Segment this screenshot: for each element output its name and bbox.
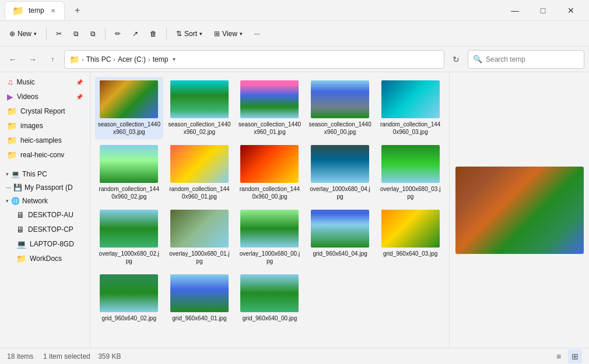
file-item-14[interactable]: grid_960x640_04.jpg: [306, 206, 374, 268]
toolbar-sep-3: [166, 28, 167, 40]
file-name-12: overlay_1000x680_01.jpg: [168, 250, 231, 265]
file-thumbnail-12: [170, 210, 229, 248]
sidebar-item-workdocs[interactable]: 📁 WorkDocs: [2, 252, 87, 266]
titlebar-left: 📁 temp ✕ +: [5, 1, 86, 20]
file-item-13[interactable]: overlay_1000x680_00.jpg: [236, 206, 304, 268]
sidebar-this-pc-label: This PC: [22, 170, 47, 178]
file-thumbnail-5: [381, 80, 440, 118]
statusbar-info: 18 items 1 item selected 359 KB: [7, 352, 121, 361]
preview-pane: [449, 72, 589, 348]
share-button[interactable]: ↗: [128, 24, 143, 43]
sidebar-item-desktop-cp[interactable]: 🖥 DESKTOP-CP: [2, 222, 87, 236]
file-item-9[interactable]: overlay_1000x680_04.jpg: [306, 142, 374, 204]
file-count: 18 items: [7, 352, 33, 361]
music-icon: ♫: [7, 77, 13, 87]
sidebar-section-this-pc[interactable]: ▾ 💻 This PC: [2, 168, 87, 181]
sidebar-item-heic-samples[interactable]: 📁 heic-samples: [2, 133, 87, 147]
search-input[interactable]: [486, 55, 579, 63]
sidebar-item-music[interactable]: ♫ Music 📌: [2, 75, 87, 89]
refresh-button[interactable]: ↻: [448, 51, 464, 68]
file-item-2[interactable]: season_collection_1440x960_02.jpg: [166, 77, 234, 139]
file-item-11[interactable]: overlay_1000x680_02.jpg: [95, 206, 163, 268]
minimize-button[interactable]: —: [502, 0, 528, 21]
file-thumbnail-2: [170, 80, 229, 118]
my-passport-icon: 💾: [13, 183, 22, 192]
file-item-1[interactable]: season_collection_1440x960_03.jpg: [95, 77, 163, 139]
file-name-18: grid_960x640_00.jpg: [243, 314, 297, 322]
sort-label: Sort: [184, 30, 197, 38]
rename-button[interactable]: ✏: [110, 24, 125, 43]
grid-view-button[interactable]: ⊞: [568, 349, 582, 363]
breadcrumb-dropdown-button[interactable]: ▾: [173, 56, 176, 62]
statusbar-view-toggles: ≡ ⊞: [552, 349, 582, 363]
main-area: ♫ Music 📌 ▶ Videos 📌 📁 Crystal Report 📁 …: [0, 72, 589, 348]
file-item-3[interactable]: season_collection_1440x960_01.jpg: [236, 77, 304, 139]
file-name-1: season_collection_1440x960_03.jpg: [97, 121, 160, 136]
sidebar-item-real-heic-conv[interactable]: 📁 real-heic-conv: [2, 148, 87, 162]
back-button[interactable]: ←: [5, 51, 21, 68]
file-name-14: grid_960x640_04.jpg: [313, 250, 367, 257]
file-item-10[interactable]: overlay_1000x680_03.jpg: [376, 142, 444, 204]
file-item-8[interactable]: random_collection_1440x960_00.jpg: [236, 142, 304, 204]
toolbar-sep-1: [46, 28, 47, 40]
share-icon: ↗: [132, 30, 138, 38]
file-thumbnail-10: [381, 145, 440, 183]
up-button[interactable]: ↑: [44, 51, 61, 68]
maximize-button[interactable]: □: [530, 0, 556, 21]
file-item-7[interactable]: random_collection_1440x960_01.jpg: [166, 142, 234, 204]
file-name-16: grid_960x640_02.jpg: [102, 314, 156, 322]
heic-samples-folder-icon: 📁: [7, 136, 17, 145]
file-item-17[interactable]: grid_960x640_01.jpg: [166, 271, 234, 326]
list-view-button[interactable]: ≡: [552, 349, 566, 363]
sidebar-item-crystal-report[interactable]: 📁 Crystal Report: [2, 104, 87, 118]
breadcrumb-temp[interactable]: temp: [153, 55, 169, 63]
file-item-6[interactable]: random_collection_1440x960_02.jpg: [95, 142, 163, 204]
this-pc-icon: 💻: [11, 170, 20, 178]
copy-button[interactable]: ⧉: [69, 24, 83, 43]
file-item-5[interactable]: random_collection_1440x960_03.jpg: [376, 77, 444, 139]
cut-button[interactable]: ✂: [51, 24, 66, 43]
sidebar-item-images[interactable]: 📁 images: [2, 119, 87, 133]
file-name-3: season_collection_1440x960_01.jpg: [238, 121, 301, 136]
paste-button[interactable]: ⧉: [86, 24, 100, 43]
tab-close-button[interactable]: ✕: [49, 6, 57, 15]
network-icon: 🌐: [11, 197, 20, 205]
file-item-12[interactable]: overlay_1000x680_01.jpg: [166, 206, 234, 268]
breadcrumb-this-pc[interactable]: This PC: [86, 55, 111, 63]
new-label: New: [17, 30, 31, 38]
this-pc-chevron-icon: ▾: [6, 171, 9, 177]
tab-title: temp: [29, 6, 44, 15]
sidebar-section-my-passport[interactable]: — 💾 My Passport (D: [2, 181, 87, 194]
breadcrumb-acer[interactable]: Acer (C:): [118, 55, 146, 63]
sidebar-item-laptop-8gd[interactable]: 💻 LAPTOP-8GD: [2, 237, 87, 251]
delete-button[interactable]: 🗑: [145, 24, 162, 43]
sidebar-item-workdocs-label: WorkDocs: [30, 255, 83, 263]
sidebar-section-network[interactable]: ▾ 🌐 Network: [2, 195, 87, 207]
file-item-16[interactable]: grid_960x640_02.jpg: [95, 271, 163, 326]
sidebar-item-desktop-au-label: DESKTOP-AU: [28, 211, 83, 219]
add-tab-button[interactable]: +: [69, 2, 86, 19]
addressbar: ← → ↑ 📁 › This PC › Acer (C:) › temp ▾ ↻…: [0, 47, 589, 72]
view-chevron-icon: ▾: [240, 31, 243, 37]
more-button[interactable]: ···: [250, 24, 265, 43]
toolbar-sep-2: [105, 28, 106, 40]
file-thumbnail-13: [240, 210, 299, 248]
view-button[interactable]: ⊞ View ▾: [209, 24, 247, 43]
new-button[interactable]: ⊕ New ▾: [5, 24, 41, 43]
current-tab[interactable]: 📁 temp ✕: [5, 1, 65, 20]
sidebar-item-videos[interactable]: ▶ Videos 📌: [2, 90, 87, 104]
breadcrumb-bar: 📁 › This PC › Acer (C:) › temp ▾: [64, 50, 444, 69]
file-thumbnail-9: [311, 145, 369, 183]
sort-button[interactable]: ⇅ Sort ▾: [171, 24, 207, 43]
view-label: View: [222, 30, 237, 38]
file-item-15[interactable]: grid_960x640_03.jpg: [376, 206, 444, 268]
sidebar-item-desktop-au[interactable]: 🖥 DESKTOP-AU: [2, 208, 87, 222]
file-name-10: overlay_1000x680_03.jpg: [379, 185, 442, 200]
forward-button[interactable]: →: [24, 51, 41, 68]
file-name-6: random_collection_1440x960_02.jpg: [97, 185, 160, 200]
sidebar-network-label: Network: [22, 197, 48, 205]
file-item-18[interactable]: grid_960x640_00.jpg: [236, 271, 304, 326]
close-button[interactable]: ✕: [558, 0, 584, 21]
network-chevron-icon: ▾: [6, 198, 9, 204]
file-item-4[interactable]: season_collection_1440x960_00.jpg: [306, 77, 374, 139]
